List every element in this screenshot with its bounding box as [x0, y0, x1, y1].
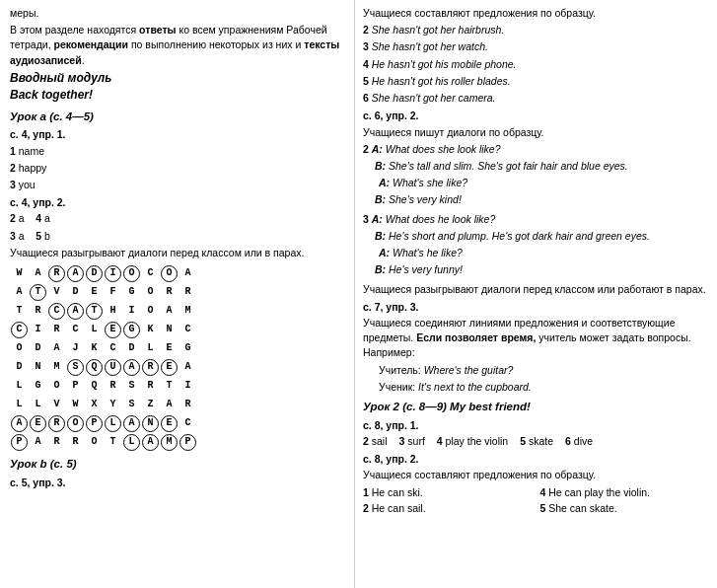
cell: R [29, 302, 47, 321]
cell: A [141, 433, 160, 452]
s8-2-answers: 1 He can ski. 4 He can play the violin. … [363, 485, 709, 516]
section-desc-bold1: ответы [139, 24, 176, 36]
cell: O [85, 433, 104, 452]
cell: A [66, 302, 85, 321]
cell: M [179, 302, 197, 321]
ex3-answer-2: 2 She hasn't got her hairbrush. [363, 23, 709, 37]
cell: V [47, 283, 66, 302]
cell: R [104, 377, 122, 396]
cell: O [160, 264, 179, 283]
ex3-intro: Учащиеся составляют предложения по образ… [363, 6, 709, 21]
cell: U [104, 358, 122, 377]
cell: D [122, 339, 141, 358]
cell: P [179, 433, 197, 452]
s8-2-ans-2: 2 He can sail. [363, 501, 533, 516]
ex-ref2-intro: Учащиеся пишут диалоги по образцу. [363, 125, 709, 140]
student-text: It's next to the cupboard. [418, 381, 532, 393]
cell: G [122, 321, 141, 339]
grid-row-5: D N M S Q U A R E A [10, 358, 197, 377]
roleplay-text: Учащиеся разыгрывают диалоги перед класс… [10, 246, 346, 260]
cell: M [160, 433, 179, 452]
cell: G [122, 283, 141, 302]
cell: A [29, 433, 47, 452]
dialog-3-num: 3 A: What does he look like? [363, 212, 709, 227]
cell: I [122, 302, 141, 321]
cell: E [104, 321, 122, 339]
cell: A [179, 358, 197, 377]
grid-row-1: A T V D E F G O R R [10, 283, 197, 302]
dialog-2-b2: B: She's very kind! [375, 192, 709, 207]
s8-1-ans-6: 6 dive [565, 434, 593, 449]
ex-ref3-bold: Если позволяет время, [416, 331, 536, 343]
teacher-line: Учитель: Where's the guitar? [379, 363, 709, 378]
cell: L [29, 396, 47, 414]
grid-row-3: C I R C L E G K N C [10, 321, 197, 339]
cell: A [47, 339, 66, 358]
cell: C [47, 302, 66, 321]
dialog-3-b2: B: He's very funny! [375, 262, 709, 277]
cell: O [141, 302, 160, 321]
ex1-answer-3: 3 you [10, 178, 346, 192]
s8-1-answers: 2 sail 3 surf 4 play the violin 5 skate … [363, 434, 709, 449]
cell: R [141, 358, 160, 377]
cell: P [85, 414, 104, 433]
cell: T [160, 377, 179, 396]
s8-2-ans-4: 4 He can play the violin. [540, 485, 710, 500]
grid-row-0: W A R A D I O C O A [10, 264, 197, 283]
cell: C [179, 414, 197, 433]
cell: T [104, 433, 122, 452]
cell: R [47, 264, 66, 283]
cell: O [10, 339, 29, 358]
cell: V [47, 396, 66, 414]
cell: L [141, 339, 160, 358]
lesson-a-title: Урок а (с. 4—5) [10, 109, 346, 125]
cell: M [47, 358, 66, 377]
cell: P [10, 433, 29, 452]
cell: E [160, 414, 179, 433]
student-label: Ученик: [379, 381, 415, 393]
cell: O [122, 264, 141, 283]
cell: L [122, 433, 141, 452]
cell: S [66, 358, 85, 377]
cell: A [122, 358, 141, 377]
cell: A [29, 264, 47, 283]
lesson2-title: Урок 2 (с. 8—9) My best friend! [363, 399, 709, 415]
cell: X [85, 396, 104, 414]
dialog-2-a2: A: What's she like? [379, 176, 709, 190]
grid-row-2: T R C A T H I O A M [10, 302, 197, 321]
dialog-2-num: 2 A: What does she look like? [363, 142, 709, 157]
ex-ref3: с. 7, упр. 3. [363, 300, 709, 315]
s8-1-ans-5: 5 skate [520, 434, 553, 449]
cell: Z [141, 396, 160, 414]
cell: J [66, 339, 85, 358]
cell: A [66, 264, 85, 283]
cell: R [47, 414, 66, 433]
cell: R [179, 283, 197, 302]
cell: E [85, 283, 104, 302]
cell: G [29, 377, 47, 396]
cell: K [85, 339, 104, 358]
ex3-answer-5: 5 He hasn't got his roller blades. [363, 74, 709, 89]
grid-row-9: P A R R O T L A M P [10, 433, 197, 452]
cell: D [29, 339, 47, 358]
cell: L [85, 321, 104, 339]
cell: S [122, 396, 141, 414]
cell: D [10, 358, 29, 377]
cell: A [10, 414, 29, 433]
teacher-example: Учитель: Where's the guitar? Ученик: It'… [379, 363, 709, 395]
cell: R [160, 283, 179, 302]
cell: C [179, 321, 197, 339]
module-title: Вводный модуль Back together! [10, 70, 346, 105]
cell: A [122, 414, 141, 433]
cell: P [66, 377, 85, 396]
cell: A [10, 283, 29, 302]
cell: C [104, 339, 122, 358]
cell: W [10, 264, 29, 283]
ex2-ref: с. 4, упр. 2. [10, 195, 346, 210]
cell: N [29, 358, 47, 377]
grid-row-6: L G O P Q R S R T I [10, 377, 197, 396]
ex3-answer-4: 4 He hasn't got his mobile phone. [363, 57, 709, 72]
ex1-answer-2: 2 happy [10, 161, 346, 176]
student-line: Ученик: It's next to the cupboard. [379, 380, 709, 395]
cell: E [160, 339, 179, 358]
